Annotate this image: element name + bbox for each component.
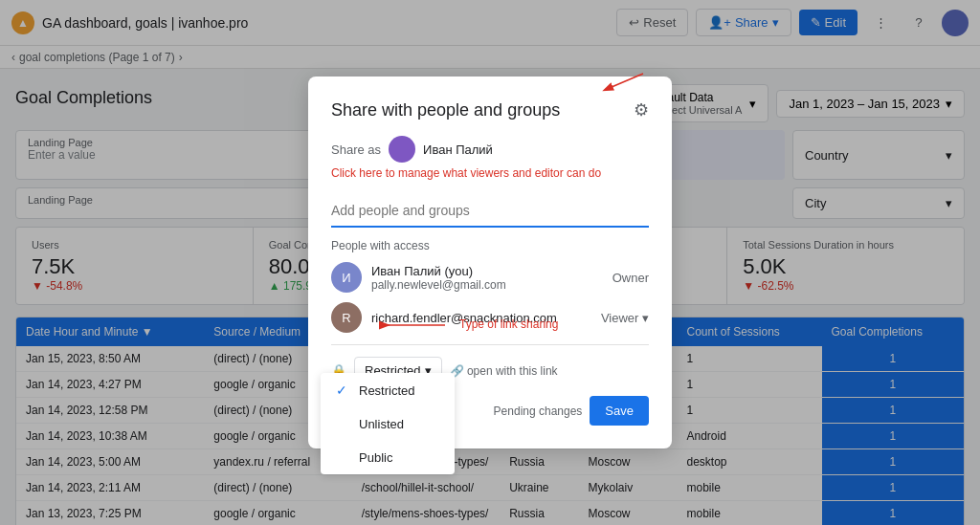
person-role-dropdown-2[interactable]: Viewer ▾ [601,311,649,325]
person-row-1: И Иван Палий (you) pally.newlevel@gmail.… [331,262,649,293]
svg-line-1 [605,74,643,90]
person-info-1: Иван Палий (you) pally.newlevel@gmail.co… [371,264,603,292]
person-row-2: R richard.fendler@snacknation.com Viewer… [331,302,649,333]
modal-title-row: Share with people and groups ⚙ [331,99,649,120]
link-type-dropdown-menu: ✓ Restricted Unlisted Public [321,373,455,474]
dropdown-item-restricted[interactable]: ✓ Restricted [321,373,455,407]
save-button[interactable]: Save [590,396,649,426]
people-access-label: People with access [331,239,649,252]
share-as-label: Share as [331,142,381,157]
check-icon: ✓ [336,383,351,398]
modal-overlay[interactable]: Share with people and groups ⚙ Share as … [0,0,980,525]
share-name: Иван Палий [423,142,493,157]
gear-icon[interactable]: ⚙ [634,99,649,120]
share-avatar [389,136,415,163]
person-role-1: Owner [612,271,649,285]
dropdown-item-public[interactable]: Public [321,441,455,474]
add-people-input[interactable] [331,195,649,228]
annotation-arrow-gear [595,69,653,98]
modal-title-text: Share with people and groups [331,100,560,120]
person-info-2: richard.fendler@snacknation.com [371,311,591,325]
person-avatar-1: И [331,262,362,293]
pending-text: Pending changes [494,405,583,418]
person-avatar-2: R [331,302,362,333]
link-open-text: 🔗 open with this link [450,364,649,378]
share-as-row: Share as Иван Палий [331,136,649,163]
dropdown-item-unlisted[interactable]: Unlisted [321,407,455,441]
manage-link[interactable]: Click here to manage what viewers and ed… [331,166,649,180]
